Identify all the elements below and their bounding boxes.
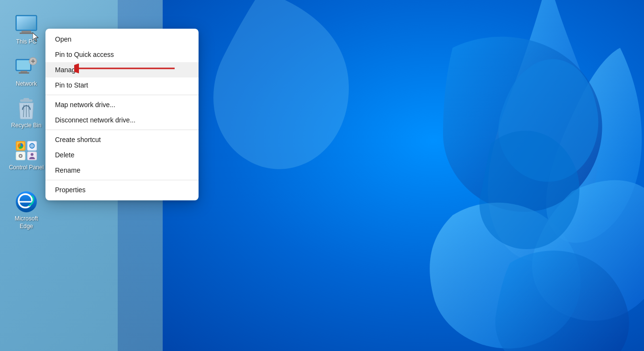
context-menu-item-create-shortcut[interactable]: Create shortcut xyxy=(45,132,199,147)
svg-rect-14 xyxy=(23,98,29,100)
context-menu-separator-3 xyxy=(45,180,199,180)
svg-rect-12 xyxy=(19,72,29,74)
context-menu-separator-1 xyxy=(45,95,199,95)
context-menu-item-rename[interactable]: Rename xyxy=(45,163,199,178)
context-menu-item-open[interactable]: Open xyxy=(45,32,199,47)
context-menu-item-delete[interactable]: Delete xyxy=(45,147,199,163)
svg-rect-5 xyxy=(20,33,33,34)
desktop-icons-area: This PC Network xyxy=(0,0,53,351)
this-pc-icon xyxy=(15,13,38,36)
recycle-bin-label: Recycle Bin xyxy=(11,122,41,130)
context-menu-item-manage[interactable]: Manage xyxy=(45,62,199,77)
edge-label: Microsoft Edge xyxy=(9,215,44,230)
network-label: Network xyxy=(16,80,37,88)
svg-rect-11 xyxy=(21,71,27,72)
context-menu-item-disconnect-network[interactable]: Disconnect network drive... xyxy=(45,112,199,128)
control-panel-icon xyxy=(15,139,38,162)
desktop-icon-recycle-bin[interactable]: Recycle Bin xyxy=(5,93,48,133)
desktop-icon-this-pc[interactable]: This PC xyxy=(5,10,48,50)
svg-rect-3 xyxy=(17,16,36,30)
this-pc-label: This PC xyxy=(16,38,37,46)
svg-point-29 xyxy=(20,155,22,157)
desktop-icon-control-panel[interactable]: Control Panel xyxy=(5,135,48,176)
network-icon xyxy=(15,55,38,78)
edge-icon xyxy=(15,190,38,213)
desktop-icon-edge[interactable]: Microsoft Edge xyxy=(5,186,48,234)
recycle-bin-icon xyxy=(15,97,38,120)
svg-rect-4 xyxy=(22,31,31,33)
context-menu: Open Pin to Quick access Manage Pin to S… xyxy=(45,29,199,200)
context-menu-item-pin-quick-access[interactable]: Pin to Quick access xyxy=(45,47,199,62)
svg-rect-7 xyxy=(17,60,30,70)
context-menu-item-properties[interactable]: Properties xyxy=(45,182,199,197)
control-panel-label: Control Panel xyxy=(9,164,44,172)
context-menu-item-map-network[interactable]: Map network drive... xyxy=(45,97,199,112)
desktop-icon-network[interactable]: Network xyxy=(5,52,48,92)
context-menu-separator-2 xyxy=(45,130,199,130)
svg-point-32 xyxy=(31,153,33,156)
context-menu-item-pin-start[interactable]: Pin to Start xyxy=(45,77,199,93)
